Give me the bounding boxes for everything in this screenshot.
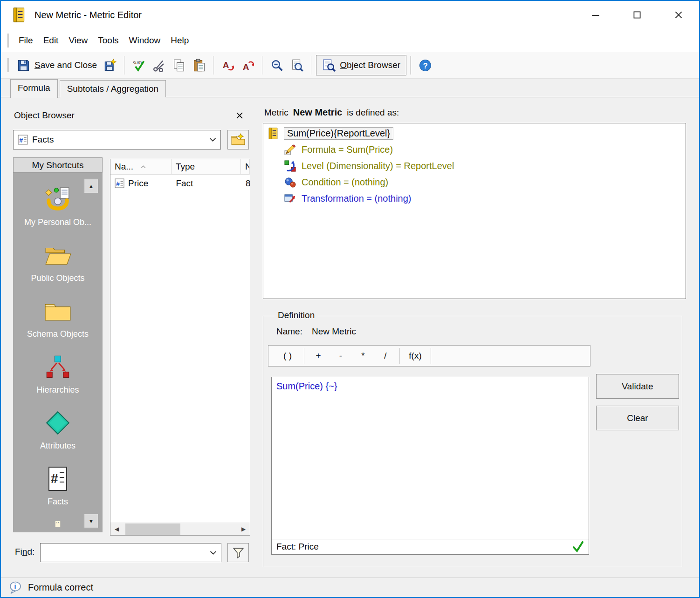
metric-editor-window: New Metric - Metric Editor File Edit Vie…: [0, 0, 700, 598]
filter-button[interactable]: [227, 543, 249, 562]
condition-icon: [284, 176, 296, 189]
close-button[interactable]: [658, 1, 699, 29]
tree-item-transformation[interactable]: Transformation = (nothing): [284, 192, 686, 205]
operator-toolbar: ( ) + - * / f(x): [268, 345, 590, 367]
folder-select[interactable]: # Facts: [13, 130, 221, 150]
scroll-right-icon[interactable]: ▶: [237, 523, 250, 536]
preview-button[interactable]: [287, 55, 307, 75]
status-message: Formula correct: [28, 582, 93, 593]
fact-icon: #: [18, 135, 28, 145]
svg-text:sum: sum: [133, 60, 142, 65]
toolbar-separator: [213, 56, 214, 75]
column-header-type[interactable]: Type: [172, 159, 241, 174]
rebar-grip: [7, 58, 9, 72]
tree-root-item[interactable]: Sum(Price){ReportLevel}: [267, 127, 686, 140]
toolbar: Save and Close sum A A: [1, 52, 699, 79]
column-header-name[interactable]: Na...: [110, 159, 172, 174]
find-input[interactable]: [40, 543, 221, 562]
zoom-icon: [270, 59, 284, 72]
divide-button[interactable]: /: [374, 347, 397, 365]
my-shortcuts-header[interactable]: My Shortcuts: [13, 157, 103, 173]
parentheses-button[interactable]: ( ): [274, 347, 301, 365]
menu-help[interactable]: Help: [165, 32, 194, 49]
status-bar: i Formula correct: [1, 578, 699, 597]
definition-group-label: Definition: [275, 310, 318, 320]
attributes-icon: [43, 408, 72, 437]
validate-button-toolbar[interactable]: sum: [129, 55, 149, 75]
schema-objects-folder-icon: [43, 297, 72, 326]
object-browser-icon: [322, 59, 336, 72]
shortcut-bar: ▲ ▼ My Personal Ob... Public Objects Sch…: [13, 173, 103, 532]
menu-file[interactable]: File: [14, 32, 38, 49]
shortcut-facts[interactable]: # Facts: [13, 464, 103, 507]
clear-button[interactable]: Clear: [596, 406, 679, 430]
svg-text:÷ ×: ÷ ×: [56, 522, 59, 524]
insert-function-icon: A: [221, 59, 235, 72]
shortcut-scroll-up-button[interactable]: ▲: [84, 179, 98, 193]
copy-icon: [172, 59, 186, 72]
svg-text:#: #: [19, 136, 23, 144]
operator-separator: [431, 348, 431, 364]
metric-app-icon: [11, 7, 27, 23]
toolbar-separator: [124, 56, 125, 75]
cut-button[interactable]: [149, 55, 169, 75]
shortcut-schema-objects[interactable]: Schema Objects: [13, 297, 103, 339]
toolbar-separator: [262, 56, 263, 75]
metric-definition-tree: Sum(Price){ReportLevel} Formula = Sum(Pr…: [263, 123, 686, 299]
formula-text: Sum(Price) {~}: [272, 377, 589, 395]
menu-edit[interactable]: Edit: [38, 32, 64, 49]
function-button[interactable]: f(x): [403, 347, 428, 365]
insert-operator-button[interactable]: A: [238, 55, 258, 75]
save-and-close-button[interactable]: Save and Close: [14, 55, 100, 75]
list-item-price[interactable]: # Price Fact 8: [110, 175, 250, 192]
maximize-button[interactable]: [616, 1, 658, 29]
insert-function-button[interactable]: A: [218, 55, 238, 75]
multiply-button[interactable]: *: [352, 347, 374, 365]
info-bubble-icon: i: [8, 581, 22, 595]
zoom-button[interactable]: [267, 55, 287, 75]
column-header-modified[interactable]: N: [241, 159, 250, 174]
scrollbar-thumb[interactable]: [125, 523, 180, 535]
copy-button[interactable]: [169, 55, 189, 75]
transformation-icon: [284, 192, 296, 205]
tab-subtotals-aggregation[interactable]: Subtotals / Aggregation: [60, 80, 166, 97]
facts-icon: #: [43, 464, 72, 493]
titlebar: New Metric - Metric Editor: [1, 1, 699, 29]
save-as-button[interactable]: [100, 55, 120, 75]
validate-button[interactable]: Validate: [596, 374, 679, 399]
tab-formula[interactable]: Formula: [10, 79, 58, 98]
formula-hint-bar: Fact: Price: [272, 539, 589, 554]
minus-button[interactable]: -: [329, 347, 352, 365]
name-value: New Metric: [312, 326, 356, 337]
find-label: Find:: [15, 547, 34, 557]
object-browser-panel-header: Object Browser: [11, 107, 249, 124]
shortcut-scroll-down-button[interactable]: ▼: [84, 514, 98, 528]
panel-close-button[interactable]: [233, 109, 247, 122]
plus-button[interactable]: +: [307, 347, 329, 365]
scroll-left-icon[interactable]: ◀: [110, 523, 123, 536]
menu-view[interactable]: View: [63, 32, 93, 49]
object-browser-toggle[interactable]: Object Browser: [316, 55, 406, 75]
insert-operator-icon: A: [241, 59, 255, 72]
minimize-button[interactable]: [575, 1, 616, 29]
valid-check-icon: [572, 541, 584, 553]
menu-window[interactable]: Window: [124, 32, 166, 49]
object-type: Fact: [172, 178, 241, 189]
shortcut-public-objects[interactable]: Public Objects: [13, 241, 103, 283]
tree-item-formula[interactable]: Formula = Sum(Price): [284, 143, 686, 156]
hierarchies-icon: [43, 353, 72, 381]
help-button[interactable]: ?: [415, 55, 435, 75]
shortcut-attributes[interactable]: Attributes: [13, 408, 103, 451]
object-name: Price: [128, 178, 148, 189]
shortcut-hierarchies[interactable]: Hierarchies: [13, 353, 103, 395]
object-browser-panel-title: Object Browser: [14, 110, 75, 121]
paste-button[interactable]: [189, 55, 209, 75]
list-header: Na... Type N: [110, 159, 250, 175]
menu-tools[interactable]: Tools: [93, 32, 124, 49]
horizontal-scrollbar[interactable]: ◀ ▶: [110, 523, 250, 535]
tree-item-level[interactable]: Level (Dimensionality) = ReportLevel: [284, 160, 686, 172]
up-one-level-button[interactable]: [227, 130, 249, 150]
tree-item-condition[interactable]: Condition = (nothing): [284, 176, 686, 189]
formula-editor[interactable]: Sum(Price) {~} Fact: Price: [271, 377, 589, 555]
name-label: Name:: [276, 326, 302, 337]
